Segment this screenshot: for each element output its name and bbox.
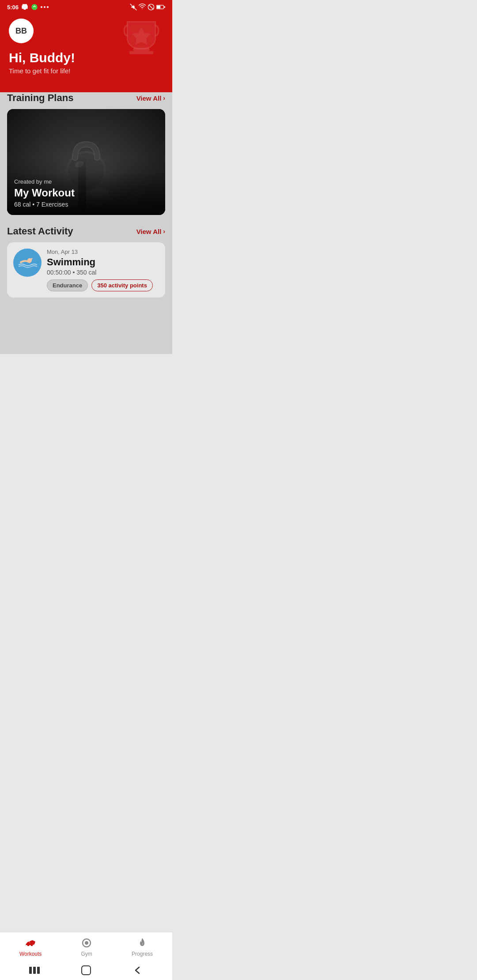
activity-thumbnail — [13, 249, 42, 277]
more-icon — [41, 6, 49, 8]
training-plans-header: Training Plans View All › — [0, 92, 172, 109]
main-content: Training Plans View All › — [0, 83, 172, 354]
avatar: BB — [9, 19, 34, 43]
svg-line-6 — [149, 5, 154, 10]
training-card-overlay: Created by me My Workout 68 cal • 7 Exer… — [7, 171, 165, 215]
card-workout-meta: 68 cal • 7 Exercises — [14, 201, 158, 208]
training-plans-view-all[interactable]: View All › — [136, 94, 165, 102]
avatar-initials: BB — [15, 26, 27, 36]
notification-icon — [21, 4, 28, 11]
mute-icon — [130, 4, 137, 11]
svg-rect-8 — [157, 6, 160, 9]
battery-icon — [156, 4, 165, 10]
tag-endurance: Endurance — [47, 279, 88, 291]
chevron-right-icon: › — [163, 94, 165, 102]
training-plan-card[interactable]: Created by me My Workout 68 cal • 7 Exer… — [7, 109, 165, 215]
chevron-right-icon-2: › — [163, 228, 165, 235]
latest-activity-header: Latest Activity View All › — [0, 226, 172, 242]
svg-rect-1 — [22, 5, 27, 9]
trophy-icon — [119, 18, 163, 64]
signal-icon — [148, 4, 155, 11]
svg-rect-11 — [129, 51, 154, 54]
status-bar: 5:06 — [0, 0, 172, 13]
svg-point-3 — [31, 4, 37, 10]
wifi-icon — [139, 4, 146, 11]
svg-rect-0 — [23, 4, 27, 5]
activity-info: Mon, Apr 13 Swimming 00:50:00 • 350 cal … — [47, 249, 159, 291]
card-workout-name: My Workout — [14, 187, 158, 199]
time-display: 5:06 — [7, 4, 19, 11]
activity-card[interactable]: Mon, Apr 13 Swimming 00:50:00 • 350 cal … — [7, 242, 165, 298]
activity-tags: Endurance 350 activity points — [47, 279, 159, 291]
status-left: 5:06 — [7, 4, 49, 11]
subtitle-text: Time to get fit for life! — [9, 67, 163, 75]
card-created-by: Created by me — [14, 178, 158, 185]
svg-rect-2 — [23, 9, 26, 10]
tag-activity-points: 350 activity points — [91, 279, 153, 291]
svg-line-4 — [130, 4, 137, 11]
latest-activity-section: Latest Activity View All › — [0, 226, 172, 301]
latest-activity-title: Latest Activity — [7, 226, 73, 237]
activity-name: Swimming — [47, 256, 159, 268]
status-right — [130, 4, 165, 11]
activity-meta: 00:50:00 • 350 cal — [47, 269, 159, 276]
activity-date: Mon, Apr 13 — [47, 249, 159, 255]
header-section: BB Hi, Buddy! Time to get fit for life! — [0, 13, 172, 92]
android-icon — [31, 4, 38, 11]
training-plans-title: Training Plans — [7, 92, 73, 104]
svg-point-17 — [16, 252, 38, 274]
swimming-icon — [16, 252, 38, 274]
activity-view-all[interactable]: View All › — [136, 228, 165, 235]
svg-rect-9 — [164, 6, 166, 8]
